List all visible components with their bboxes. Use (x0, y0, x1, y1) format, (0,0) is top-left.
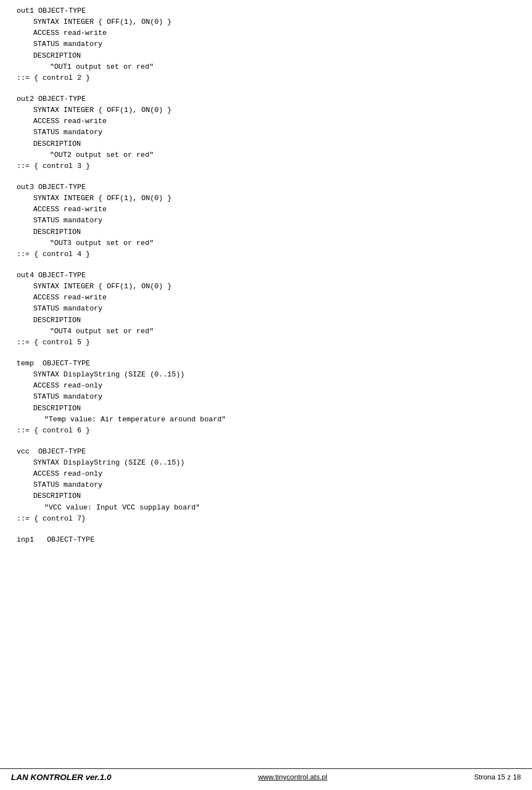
out4-header: out4 OBJECT-TYPE (17, 270, 515, 281)
temp-access: ACCESS read-only (33, 380, 515, 391)
vcc-name: vcc (17, 447, 29, 456)
out1-syntax: SYNTAX INTEGER { OFF(1), ON(0) } (33, 17, 515, 28)
block-out3: out3 OBJECT-TYPE SYNTAX INTEGER { OFF(1)… (17, 182, 515, 260)
out1-header: out1 OBJECT-TYPE (17, 6, 515, 17)
temp-description-keyword: DESCRIPTION (33, 403, 515, 414)
out1-name: out1 (17, 7, 34, 15)
out1-access: ACCESS read-write (33, 28, 515, 39)
vcc-status: STATUS mandatory (33, 480, 515, 491)
out3-assignment: ::= { control 4 } (17, 249, 515, 260)
out4-description-keyword: DESCRIPTION (33, 315, 515, 326)
out3-name: out3 (17, 183, 34, 191)
block-vcc: vcc OBJECT-TYPE SYNTAX DisplayString (SI… (17, 446, 515, 524)
out2-syntax: SYNTAX INTEGER { OFF(1), ON(0) } (33, 105, 515, 116)
block-inp1: inp1 OBJECT-TYPE (17, 534, 515, 546)
out2-assignment: ::= { control 3 } (17, 161, 515, 172)
out4-keyword: OBJECT-TYPE (38, 271, 86, 279)
vcc-keyword: OBJECT-TYPE (38, 447, 86, 456)
out1-keyword: OBJECT-TYPE (38, 7, 86, 15)
out3-access: ACCESS read-write (33, 204, 515, 215)
out1-body: SYNTAX INTEGER { OFF(1), ON(0) } ACCESS … (17, 17, 515, 73)
block-temp: temp OBJECT-TYPE SYNTAX DisplayString (S… (17, 358, 515, 436)
out2-keyword: OBJECT-TYPE (38, 95, 86, 103)
vcc-header: vcc OBJECT-TYPE (17, 446, 515, 457)
out4-syntax: SYNTAX INTEGER { OFF(1), ON(0) } (33, 281, 515, 292)
temp-header: temp OBJECT-TYPE (17, 358, 515, 369)
out3-keyword: OBJECT-TYPE (38, 183, 86, 191)
out2-name: out2 (17, 95, 34, 103)
out4-name: out4 (17, 271, 34, 279)
temp-assignment: ::= { control 6 } (17, 425, 515, 436)
vcc-assignment: ::= { control 7} (17, 513, 515, 524)
out3-description-value: "OUT3 output set or red" (33, 238, 515, 249)
out4-assignment: ::= { control 5 } (17, 337, 515, 348)
block-out4: out4 OBJECT-TYPE SYNTAX INTEGER { OFF(1)… (17, 270, 515, 348)
out4-description-value: "OUT4 output set or red" (33, 326, 515, 337)
footer-url: www.tinycontrol.ats.pl (258, 773, 328, 781)
vcc-description-value: "VCC value: Input VCC supplay board" (33, 502, 515, 513)
out2-description-value: "OUT2 output set or red" (33, 150, 515, 161)
temp-description-value: "Temp value: Air temperature around boar… (33, 414, 515, 425)
footer-title: LAN KONTROLER ver.1.0 (11, 772, 111, 782)
vcc-syntax: SYNTAX DisplayString (SIZE (0..15)) (33, 457, 515, 468)
out1-description-value: "OUT1 output set or red" (33, 62, 515, 73)
content-area: out1 OBJECT-TYPE SYNTAX INTEGER { OFF(1)… (11, 6, 521, 546)
out2-body: SYNTAX INTEGER { OFF(1), ON(0) } ACCESS … (17, 105, 515, 161)
out2-status: STATUS mandatory (33, 127, 515, 138)
vcc-access: ACCESS read-only (33, 468, 515, 480)
out1-status: STATUS mandatory (33, 39, 515, 50)
vcc-description-keyword: DESCRIPTION (33, 491, 515, 502)
out1-description-keyword: DESCRIPTION (33, 50, 515, 62)
out3-syntax: SYNTAX INTEGER { OFF(1), ON(0) } (33, 193, 515, 204)
block-out2: out2 OBJECT-TYPE SYNTAX INTEGER { OFF(1)… (17, 94, 515, 172)
temp-keyword: OBJECT-TYPE (43, 359, 90, 368)
out4-body: SYNTAX INTEGER { OFF(1), ON(0) } ACCESS … (17, 281, 515, 337)
out4-status: STATUS mandatory (33, 303, 515, 314)
out3-status: STATUS mandatory (33, 215, 515, 226)
footer-page-number: Strona 15 z 18 (474, 773, 521, 781)
inp1-header: inp1 OBJECT-TYPE (17, 534, 515, 546)
out3-header: out3 OBJECT-TYPE (17, 182, 515, 193)
vcc-body: SYNTAX DisplayString (SIZE (0..15)) ACCE… (17, 457, 515, 513)
page-footer: LAN KONTROLER ver.1.0 www.tinycontrol.at… (0, 768, 532, 782)
temp-name: temp (17, 359, 34, 368)
out2-header: out2 OBJECT-TYPE (17, 94, 515, 105)
temp-body: SYNTAX DisplayString (SIZE (0..15)) ACCE… (17, 369, 515, 425)
block-out1: out1 OBJECT-TYPE SYNTAX INTEGER { OFF(1)… (17, 6, 515, 84)
temp-syntax: SYNTAX DisplayString (SIZE (0..15)) (33, 369, 515, 380)
out2-description-keyword: DESCRIPTION (33, 139, 515, 150)
temp-status: STATUS mandatory (33, 391, 515, 402)
inp1-name: inp1 (17, 536, 34, 544)
out3-body: SYNTAX INTEGER { OFF(1), ON(0) } ACCESS … (17, 193, 515, 249)
out4-access: ACCESS read-write (33, 292, 515, 303)
out1-assignment: ::= { control 2 } (17, 73, 515, 84)
out2-access: ACCESS read-write (33, 116, 515, 127)
out3-description-keyword: DESCRIPTION (33, 227, 515, 238)
inp1-keyword: OBJECT-TYPE (47, 536, 95, 544)
